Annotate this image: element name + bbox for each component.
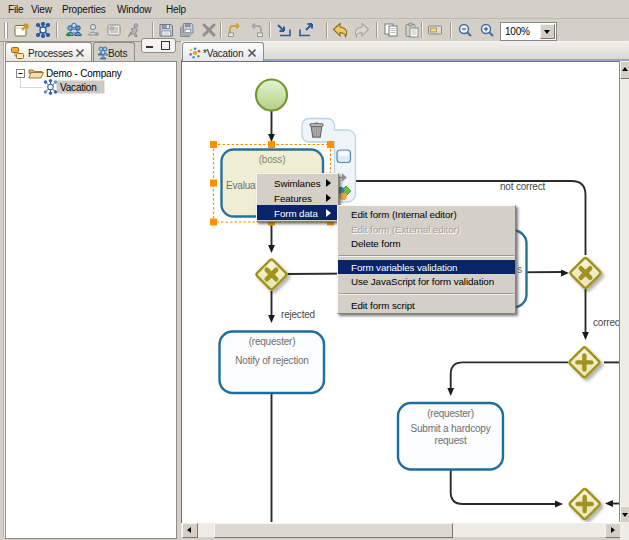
svg-text:not correct: not correct	[500, 181, 545, 192]
svg-text:(requester): (requester)	[249, 336, 296, 347]
svg-text:Vacation: Vacation	[60, 82, 97, 93]
svg-text:request: request	[435, 435, 467, 446]
svg-text:Notify of rejection: Notify of rejection	[235, 355, 308, 366]
svg-text:(boss): (boss)	[259, 154, 286, 165]
svg-text:s: s	[517, 264, 522, 275]
svg-text:rejected: rejected	[281, 309, 315, 320]
svg-text:Submit a hardcopy: Submit a hardcopy	[411, 423, 491, 434]
svg-text:(requester): (requester)	[427, 408, 474, 419]
svg-text:correct: correct	[593, 317, 619, 328]
svg-text:Demo - Company: Demo - Company	[46, 68, 122, 79]
